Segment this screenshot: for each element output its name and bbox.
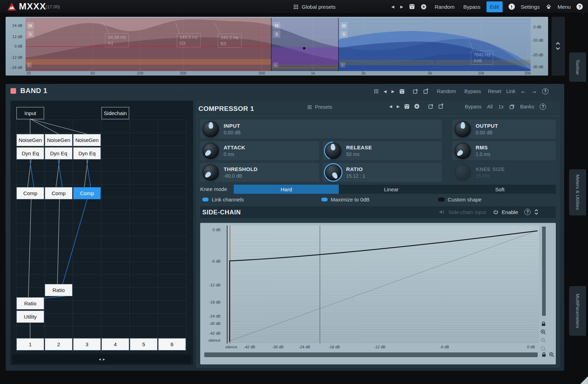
- knee-size-knob[interactable]: [455, 164, 471, 180]
- preset-next-icon[interactable]: ▶: [400, 5, 403, 9]
- attack-knob[interactable]: [203, 143, 219, 159]
- zoom-reset-icon[interactable]: [540, 346, 546, 352]
- edit-button[interactable]: Edit: [486, 1, 503, 12]
- zoom-in-icon[interactable]: [549, 352, 555, 358]
- band-help-icon[interactable]: ?: [542, 88, 548, 94]
- module-dyneq-3[interactable]: Dyn Eq: [73, 147, 101, 159]
- band-color-swatch[interactable]: [10, 88, 16, 94]
- help-icon[interactable]: ?: [576, 3, 583, 10]
- settings-button[interactable]: Settings: [521, 4, 540, 10]
- band2-mid-badge[interactable]: M: [273, 22, 280, 29]
- bypass-button[interactable]: Bypass: [463, 4, 481, 10]
- add-icon[interactable]: [414, 104, 420, 109]
- band-next-icon[interactable]: ▶: [391, 89, 394, 94]
- add-preset-icon[interactable]: [421, 4, 427, 10]
- sidechain-input-label[interactable]: Side-chain input: [448, 209, 486, 215]
- band2-limit-badge[interactable]: L: [273, 62, 278, 67]
- alert-icon[interactable]: !: [509, 3, 515, 10]
- collapse-updown-icon[interactable]: [534, 209, 539, 215]
- band1-side-badge[interactable]: S: [27, 30, 34, 38]
- custom-shape-checkbox[interactable]: Custom shape: [438, 197, 482, 202]
- power-icon[interactable]: [493, 209, 498, 215]
- band-link-button[interactable]: Link: [506, 88, 516, 94]
- chevron-down-icon[interactable]: [555, 47, 560, 50]
- module-noisegen-3[interactable]: NoiseGen: [73, 134, 101, 146]
- knee-mode-hard[interactable]: Hard: [234, 185, 339, 194]
- band1-limit-badge[interactable]: L: [27, 62, 32, 67]
- band3-side-badge[interactable]: S: [340, 30, 348, 38]
- output-slot-1[interactable]: 1: [16, 338, 44, 350]
- input-knob[interactable]: [203, 121, 219, 137]
- module-dyneq-1[interactable]: Dyn Eq: [16, 147, 44, 159]
- band3-mid-badge[interactable]: M: [340, 22, 348, 29]
- comp-prev-icon[interactable]: ◀: [389, 104, 392, 109]
- band1-mid-badge[interactable]: M: [27, 22, 34, 29]
- lock-icon[interactable]: [541, 321, 546, 327]
- import-icon[interactable]: [412, 88, 418, 94]
- maximize-0db-checkbox[interactable]: Maximize to 0dB: [321, 197, 370, 202]
- zoom-in-icon[interactable]: [540, 329, 546, 335]
- module-ratio-1[interactable]: Ratio: [16, 297, 44, 310]
- output-slot-3[interactable]: 3: [73, 338, 101, 350]
- knee-mode-soft[interactable]: Soft: [444, 185, 556, 194]
- enable-button[interactable]: Enable: [502, 209, 518, 215]
- comp-help-icon[interactable]: ?: [540, 104, 546, 110]
- resize-grip[interactable]: [580, 376, 588, 384]
- band-forward-icon[interactable]: →: [531, 88, 537, 95]
- output-slot-6[interactable]: 6: [158, 338, 186, 350]
- band-random-button[interactable]: Random: [437, 88, 456, 94]
- export-icon[interactable]: [423, 88, 428, 94]
- comp-banks-button[interactable]: Banks: [520, 104, 534, 109]
- grid-icon[interactable]: [374, 89, 379, 94]
- module-input[interactable]: Input: [16, 107, 44, 119]
- band-bypass-button[interactable]: Bypass: [464, 88, 481, 94]
- comp-next-icon[interactable]: ▶: [397, 104, 399, 109]
- module-noisegen-1[interactable]: NoiseGen: [16, 134, 44, 146]
- tab-multiparameters[interactable]: MultiParameters: [569, 286, 586, 336]
- ratio-knob[interactable]: [325, 164, 341, 180]
- random-button[interactable]: Random: [435, 4, 455, 10]
- dice-icon[interactable]: [409, 4, 415, 9]
- speaker-icon[interactable]: [439, 209, 445, 214]
- module-comp-1[interactable]: Comp: [16, 187, 44, 199]
- module-ratio-2[interactable]: Ratio: [45, 284, 72, 296]
- compressor-presets-button[interactable]: Presets: [307, 104, 332, 110]
- output-slot-5[interactable]: 5: [130, 338, 158, 350]
- spectrum-display[interactable]: 24 dB 12 dB 0 dB -12 dB -24 dB 20 50 100…: [6, 17, 548, 76]
- comp-all-button[interactable]: All: [487, 104, 493, 109]
- release-knob[interactable]: [325, 143, 341, 159]
- band-prev-icon[interactable]: ◀: [384, 89, 386, 94]
- import-icon[interactable]: [428, 104, 433, 109]
- graph-hscrollbar[interactable]: [204, 353, 538, 357]
- tab-meters-utilities[interactable]: Meters & Utilities: [569, 169, 586, 215]
- dice-icon[interactable]: [404, 104, 410, 109]
- sidechain-help-icon[interactable]: ?: [524, 209, 531, 215]
- preset-prev-icon[interactable]: ◀: [391, 5, 394, 9]
- output-slot-2[interactable]: 2: [45, 338, 72, 350]
- module-sidechain[interactable]: Sidechain: [102, 107, 129, 119]
- knee-mode-linear[interactable]: Linear: [339, 185, 444, 194]
- comp-bypass-button[interactable]: Bypass: [465, 104, 482, 109]
- output-knob[interactable]: [455, 121, 471, 137]
- module-comp-2[interactable]: Comp: [45, 187, 72, 199]
- lock-icon[interactable]: [541, 352, 547, 357]
- comp-1x-button[interactable]: 1x: [498, 104, 504, 109]
- chevron-up-icon[interactable]: [555, 42, 560, 45]
- band-back-icon[interactable]: ←: [520, 88, 526, 95]
- band3-limit-badge[interactable]: L: [340, 62, 345, 67]
- global-presets-button[interactable]: Global presets: [293, 0, 336, 13]
- band2-side-badge[interactable]: S: [273, 30, 280, 38]
- dice-icon[interactable]: [399, 89, 405, 94]
- output-slot-4[interactable]: 4: [102, 338, 129, 350]
- threshold-knob[interactable]: [203, 164, 219, 180]
- menu-button[interactable]: Menu: [558, 4, 571, 10]
- home-icon[interactable]: [546, 4, 552, 9]
- zoom-out-icon[interactable]: [540, 337, 546, 343]
- transfer-plot[interactable]: [227, 226, 539, 343]
- spectrum-resize-strip[interactable]: [552, 17, 565, 76]
- detach-window-icon[interactable]: [509, 104, 514, 109]
- tab-toolbar[interactable]: Toolbar: [569, 52, 586, 82]
- module-noisegen-2[interactable]: NoiseGen: [45, 134, 72, 146]
- module-utility[interactable]: Utility: [16, 311, 44, 323]
- export-icon[interactable]: [438, 104, 443, 109]
